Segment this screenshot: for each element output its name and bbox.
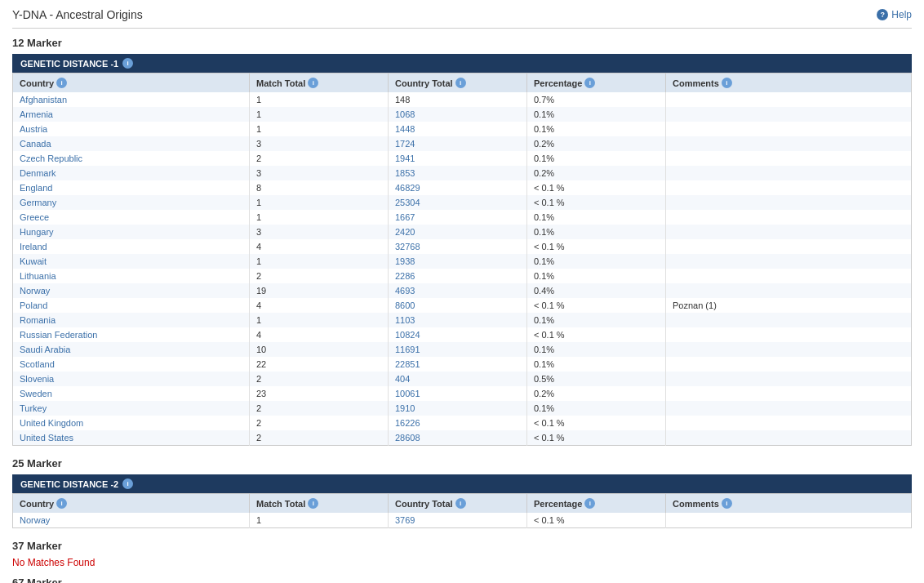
table-25-thead: Country i Match Total i Country Total [13,494,912,514]
table-12-body: Afghanistan11480.7%Armenia110680.1%Austr… [13,92,912,446]
country-total-link[interactable]: 46829 [395,183,420,193]
cell-country: Russian Federation [13,327,250,342]
cell-country-total: 1068 [389,107,527,122]
country-link[interactable]: Saudi Arabia [20,345,70,354]
country-link[interactable]: Austria [20,124,47,134]
cell-match-total: 2 [250,151,389,166]
country-link[interactable]: Romania [20,315,56,325]
cell-country: Saudi Arabia [13,342,250,357]
genetic-distance-2-label: GENETIC DISTANCE -2 [20,479,118,489]
country-link[interactable]: Denmark [20,168,56,178]
country-link[interactable]: Afghanistan [20,95,67,105]
country-link[interactable]: Norway [20,515,50,525]
country-link[interactable]: Turkey [20,403,47,413]
country-total-link[interactable]: 8600 [395,300,415,310]
cell-country-total: 10061 [389,386,527,401]
comments-col-info-icon-25[interactable]: i [722,498,732,509]
table-row: Canada317240.2% [13,136,912,151]
pct-col-info-icon-12[interactable]: i [584,78,595,88]
cell-match-total: 1 [250,107,389,122]
country-link[interactable]: England [20,183,52,193]
country-total-link[interactable]: 10061 [395,389,420,398]
col-header-ctotal-12: Country Total i [389,73,527,93]
country-total-link[interactable]: 10824 [395,330,420,340]
country-link[interactable]: Lithuania [20,271,56,281]
help-link[interactable]: ? Help [877,9,912,20]
country-link[interactable]: Germany [20,198,56,207]
country-total-link[interactable]: 1448 [395,124,415,134]
page-header: Y-DNA - Ancestral Origins ? Help [12,8,912,29]
country-total-link[interactable]: 11691 [395,345,420,354]
country-link[interactable]: Ireland [20,242,47,251]
cell-country: Romania [13,313,250,327]
table-12-marker: Country i Match Total i Country Total [12,73,912,446]
cell-country-total: 22851 [389,357,527,372]
country-total-link[interactable]: 1853 [395,168,415,178]
country-total-link[interactable]: 32768 [395,242,420,251]
country-col-info-icon-25[interactable]: i [56,498,67,509]
table-row: Armenia110680.1% [13,107,912,122]
country-link[interactable]: United Kingdom [20,418,83,428]
ctotal-col-info-icon-25[interactable]: i [455,498,466,509]
country-total-link[interactable]: 3769 [395,515,415,525]
country-link[interactable]: United States [20,433,73,443]
cell-percentage: < 0.1 % [527,327,666,342]
country-link[interactable]: Armenia [20,109,53,119]
country-total-link[interactable]: 1667 [395,212,415,222]
country-total-link[interactable]: 2420 [395,227,415,237]
section-67-marker: 67 Marker [12,576,912,583]
cell-comments [666,513,912,528]
cell-percentage: 0.1% [527,225,666,239]
country-link[interactable]: Sweden [20,389,52,398]
table-12-thead: Country i Match Total i Country Total [13,73,912,93]
country-total-link[interactable]: 16226 [395,418,420,428]
country-link[interactable]: Greece [20,212,49,222]
pct-col-info-icon-25[interactable]: i [584,498,595,509]
country-total-link[interactable]: 1941 [395,154,415,163]
page-container: Y-DNA - Ancestral Origins ? Help 12 Mark… [0,0,924,583]
country-link[interactable]: Hungary [20,227,54,237]
country-total-link[interactable]: 1938 [395,256,415,266]
country-total-link[interactable]: 4693 [395,286,415,296]
country-link[interactable]: Slovenia [20,374,54,384]
cell-country: United States [13,430,250,446]
cell-country: United Kingdom [13,416,250,430]
cell-country-total: 16226 [389,416,527,430]
country-total-link[interactable]: 28608 [395,433,420,443]
country-total-link[interactable]: 1103 [395,315,415,325]
country-total-link[interactable]: 2286 [395,271,415,281]
country-total-link[interactable]: 25304 [395,198,420,207]
country-total-link[interactable]: 1910 [395,403,415,413]
cell-percentage: 0.1% [527,107,666,122]
country-link[interactable]: Canada [20,139,51,149]
table-row: Ireland432768< 0.1 % [13,239,912,254]
match-col-info-icon-12[interactable]: i [308,78,318,88]
country-total-link[interactable]: 1724 [395,139,415,149]
genetic-distance-1-info-icon[interactable]: i [122,58,133,69]
genetic-distance-2-header: GENETIC DISTANCE -2 i [12,474,912,493]
country-total-link[interactable]: 404 [395,374,410,384]
comments-col-info-icon-12[interactable]: i [722,78,732,88]
country-total-link[interactable]: 22851 [395,359,420,369]
cell-match-total: 1 [250,513,389,528]
country-link[interactable]: Czech Republic [20,154,82,163]
country-link[interactable]: Russian Federation [20,330,97,340]
cell-country: Austria [13,122,250,136]
genetic-distance-2-info-icon[interactable]: i [122,478,133,489]
country-link[interactable]: Poland [20,300,47,310]
country-link[interactable]: Kuwait [20,256,47,266]
cell-comments [666,313,912,327]
cell-percentage: 0.1% [527,313,666,327]
cell-country-total: 28608 [389,430,527,446]
table-row: Saudi Arabia10116910.1% [13,342,912,357]
cell-country-total: 1941 [389,151,527,166]
country-col-info-icon-12[interactable]: i [56,78,67,88]
country-total-link[interactable]: 1068 [395,109,415,119]
cell-country-total: 2420 [389,225,527,239]
ctotal-col-info-icon-12[interactable]: i [455,78,466,88]
country-link[interactable]: Norway [20,286,50,296]
cell-percentage: < 0.1 % [527,513,666,528]
match-col-info-icon-25[interactable]: i [308,498,318,509]
country-link[interactable]: Scotland [20,359,55,369]
cell-country: Sweden [13,386,250,401]
